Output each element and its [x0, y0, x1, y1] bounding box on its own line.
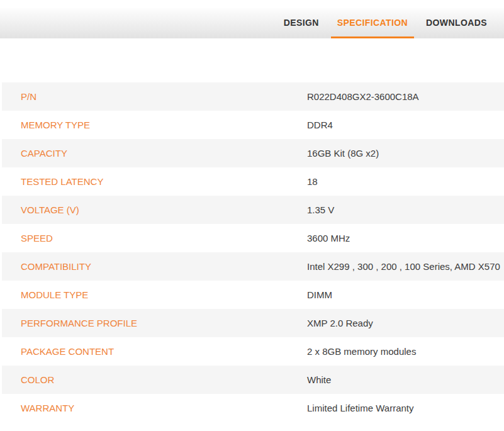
spec-value: 16GB Kit (8G x2): [307, 148, 379, 159]
spec-value: White: [307, 374, 331, 385]
specification-table: P/N R022D408GX2-3600C18A MEMORY TYPE DDR…: [2, 82, 504, 422]
spec-value: Limited Lifetime Warranty: [307, 403, 414, 413]
spec-value: 1.35 V: [307, 204, 334, 215]
tab-downloads[interactable]: DOWNLOADS: [420, 8, 493, 38]
spec-row: PERFORMANCE PROFILE XMP 2.0 Ready: [2, 309, 504, 337]
spec-label: SPEED: [2, 233, 307, 243]
spec-row: COMPATIBILITY Intel X299 , 300 , 200 , 1…: [2, 252, 504, 281]
spec-label: WARRANTY: [2, 403, 307, 413]
top-white-strip: [0, 0, 504, 8]
spec-row: TESTED LATENCY 18: [2, 167, 504, 196]
spec-value: XMP 2.0 Ready: [307, 318, 373, 328]
spec-row: COLOR White: [2, 366, 504, 394]
spec-label: TESTED LATENCY: [2, 176, 307, 187]
spec-row: SPEED 3600 MHz: [2, 224, 504, 252]
spec-label: MODULE TYPE: [2, 289, 307, 300]
spec-label: PACKAGE CONTENT: [2, 346, 307, 357]
spec-row: MEMORY TYPE DDR4: [2, 111, 504, 139]
spec-row: P/N R022D408GX2-3600C18A: [2, 82, 504, 111]
spec-value: R022D408GX2-3600C18A: [307, 91, 419, 102]
spec-label: VOLTAGE (V): [2, 204, 307, 215]
spec-value: 3600 MHz: [307, 233, 350, 243]
spec-row: CAPACITY 16GB Kit (8G x2): [2, 139, 504, 167]
spec-value: DDR4: [307, 120, 333, 130]
tab-specification[interactable]: SPECIFICATION: [331, 8, 414, 38]
spec-value: DIMM: [307, 289, 332, 300]
spec-value: 2 x 8GB memory modules: [307, 346, 416, 357]
spec-row: MODULE TYPE DIMM: [2, 281, 504, 309]
spec-label: COMPATIBILITY: [2, 261, 307, 272]
spec-value: Intel X299 , 300 , 200 , 100 Series, AMD…: [307, 261, 500, 272]
tab-bar: DESIGN SPECIFICATION DOWNLOADS: [0, 8, 504, 38]
spec-row: PACKAGE CONTENT 2 x 8GB memory modules: [2, 337, 504, 366]
spec-row: VOLTAGE (V) 1.35 V: [2, 196, 504, 224]
spec-label: COLOR: [2, 374, 307, 385]
tab-design[interactable]: DESIGN: [277, 8, 325, 38]
spec-row: WARRANTY Limited Lifetime Warranty: [2, 394, 504, 422]
spec-label: CAPACITY: [2, 148, 307, 159]
spec-label: MEMORY TYPE: [2, 120, 307, 130]
spec-label: P/N: [2, 91, 307, 102]
spec-value: 18: [307, 176, 318, 187]
spec-label: PERFORMANCE PROFILE: [2, 318, 307, 328]
